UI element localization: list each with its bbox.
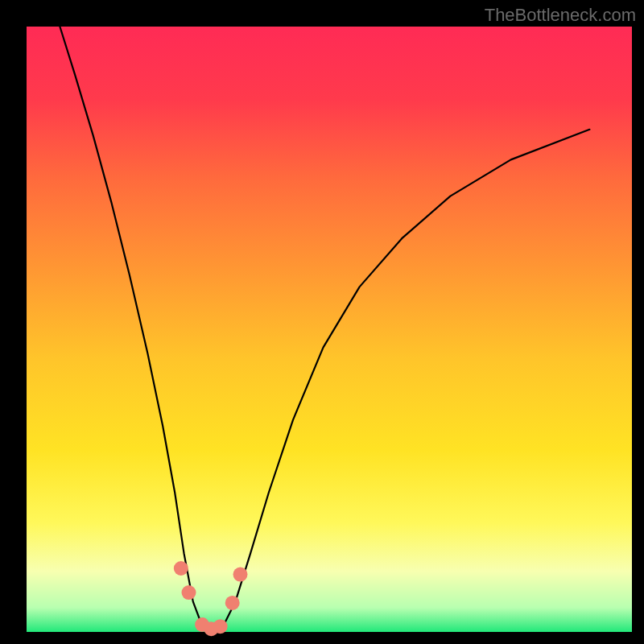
marker-left-upper — [174, 561, 188, 576]
chart-stage: TheBottleneck.com — [0, 0, 644, 644]
marker-left-lower — [182, 585, 196, 600]
marker-right-lower — [225, 596, 240, 610]
marker-right-upper — [233, 568, 248, 582]
bottleneck-chart — [0, 0, 644, 644]
watermark-text: TheBottleneck.com — [485, 5, 636, 26]
plot-background — [27, 27, 632, 632]
marker-bottom-3 — [213, 619, 228, 634]
